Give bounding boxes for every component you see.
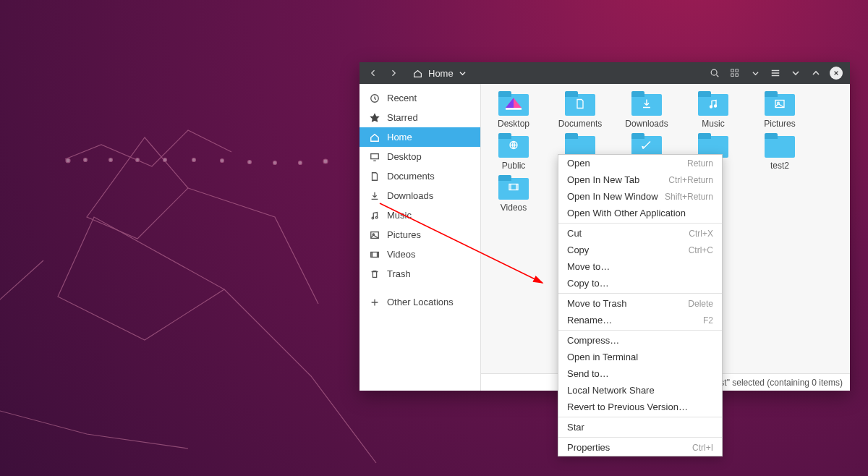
cm-label: Move to… — [567, 261, 610, 272]
cm-rename[interactable]: Rename… F2 — [558, 312, 722, 328]
cm-copy[interactable]: Copy Ctrl+C — [558, 242, 722, 258]
music-icon — [370, 211, 380, 221]
cm-separator — [558, 293, 722, 294]
nav-forward-button[interactable] — [387, 67, 400, 80]
sidebar-item-other-locations[interactable]: Other Locations — [359, 292, 480, 312]
path-segment-home[interactable]: Home — [428, 68, 454, 79]
cm-accel: Return — [687, 158, 713, 169]
cm-label: Properties — [567, 442, 610, 453]
folder-videos[interactable]: Videos — [491, 175, 536, 224]
window-close-button[interactable] — [830, 67, 843, 80]
cm-label: Copy to… — [567, 278, 609, 289]
cm-move-to-trash[interactable]: Move to Trash Delete — [558, 295, 722, 312]
sidebar-item-documents[interactable]: Documents — [359, 166, 480, 186]
sidebar-item-desktop[interactable]: Desktop — [359, 147, 480, 166]
sidebar-item-label: Recent — [387, 93, 417, 103]
status-text: "test" selected (containing 0 items) — [710, 378, 843, 388]
downloads-icon — [370, 191, 380, 201]
folder-icon — [565, 91, 595, 116]
cm-compress[interactable]: Compress… — [558, 332, 722, 349]
cm-properties[interactable]: Properties Ctrl+I — [558, 439, 722, 456]
cm-label: Revert to Previous Version… — [567, 401, 688, 412]
folder-desktop[interactable]: Desktop — [491, 91, 536, 130]
svg-point-27 — [715, 105, 717, 107]
svg-rect-14 — [731, 74, 734, 77]
sidebar-item-label: Pictures — [387, 229, 421, 240]
sidebar-item-downloads[interactable]: Downloads — [359, 186, 480, 205]
home-icon — [413, 69, 422, 78]
folder-music[interactable]: Music — [691, 91, 736, 130]
cm-send-to[interactable]: Send to… — [558, 365, 722, 382]
cm-open-new-tab[interactable]: Open In New Tab Ctrl+Return — [558, 171, 722, 188]
svg-rect-23 — [506, 108, 522, 110]
svg-point-26 — [710, 106, 712, 108]
sidebar-item-trash[interactable]: Trash — [359, 264, 480, 284]
sidebar-item-pictures[interactable]: Pictures — [359, 225, 480, 245]
window-minimize-button[interactable] — [789, 67, 802, 80]
view-mode-button[interactable] — [728, 67, 741, 80]
folder-public[interactable]: Public — [491, 133, 536, 172]
cm-label: Open In New Tab — [567, 174, 639, 185]
svg-marker-25 — [506, 98, 514, 108]
cm-separator — [558, 437, 722, 438]
cm-cut[interactable]: Cut Ctrl+X — [558, 225, 722, 242]
folder-icon — [765, 133, 795, 158]
pictures-icon — [370, 230, 380, 240]
cm-accel: Ctrl+C — [689, 245, 713, 255]
folder-pictures[interactable]: Pictures — [757, 91, 802, 130]
cm-label: Cut — [567, 228, 582, 239]
nav-back-button[interactable] — [367, 67, 380, 80]
search-button[interactable] — [708, 67, 721, 80]
desktop-icon — [370, 152, 380, 162]
path-bar[interactable]: Home — [407, 65, 472, 81]
window-maximize-button[interactable] — [809, 67, 822, 80]
view-options-dropdown[interactable] — [749, 67, 762, 80]
cm-move-to[interactable]: Move to… — [558, 258, 722, 275]
path-dropdown-icon[interactable] — [459, 70, 466, 77]
cm-accel: Delete — [688, 299, 713, 309]
folder-icon — [631, 91, 662, 116]
cm-copy-to[interactable]: Copy to… — [558, 275, 722, 292]
folder-label: test2 — [768, 161, 791, 172]
cm-open-terminal[interactable]: Open in Terminal — [558, 349, 722, 365]
cm-star[interactable]: Star — [558, 419, 722, 435]
folder-icon — [765, 91, 795, 116]
folder-label: Pictures — [762, 119, 797, 130]
svg-point-11 — [711, 69, 717, 75]
folder-label: Public — [500, 161, 528, 172]
folder-downloads[interactable]: Downloads — [624, 91, 669, 130]
cm-local-share[interactable]: Local Network Share — [558, 382, 722, 399]
folder-label: Downloads — [623, 119, 670, 130]
sidebar-item-label: Home — [387, 132, 412, 143]
folder-label: Music — [699, 119, 726, 130]
sidebar-item-recent[interactable]: Recent — [359, 88, 480, 108]
sidebar-item-label: Videos — [387, 249, 416, 260]
svg-rect-13 — [736, 69, 739, 72]
cm-label: Send to… — [567, 368, 609, 379]
sidebar-item-home[interactable]: Home — [359, 127, 480, 147]
svg-rect-17 — [371, 153, 379, 158]
cm-open-with[interactable]: Open With Other Application — [558, 205, 722, 221]
sidebar-item-music[interactable]: Music — [359, 205, 480, 225]
svg-point-4 — [248, 161, 252, 164]
sidebar-item-videos[interactable]: Videos — [359, 245, 480, 264]
grid-view-icon — [730, 68, 740, 78]
cm-revert[interactable]: Revert to Previous Version… — [558, 399, 722, 415]
cm-label: Open With Other Application — [567, 208, 686, 218]
folder-test2[interactable]: test2 — [757, 133, 802, 172]
svg-point-18 — [372, 217, 374, 219]
svg-point-9 — [109, 158, 113, 162]
cm-separator — [558, 223, 722, 224]
folder-documents[interactable]: Documents — [558, 91, 603, 130]
svg-point-10 — [84, 158, 88, 162]
home-icon — [370, 132, 380, 143]
cm-open[interactable]: Open Return — [558, 155, 722, 171]
sidebar-item-starred[interactable]: Starred — [359, 108, 480, 127]
folder-icon — [498, 91, 529, 116]
folder-icon — [698, 91, 728, 116]
headerbar: Home — [359, 62, 850, 84]
folder-icon — [498, 175, 529, 200]
hamburger-menu-button[interactable] — [769, 67, 782, 80]
cm-open-new-window[interactable]: Open In New Window Shift+Return — [558, 188, 722, 205]
svg-point-6 — [192, 158, 196, 162]
